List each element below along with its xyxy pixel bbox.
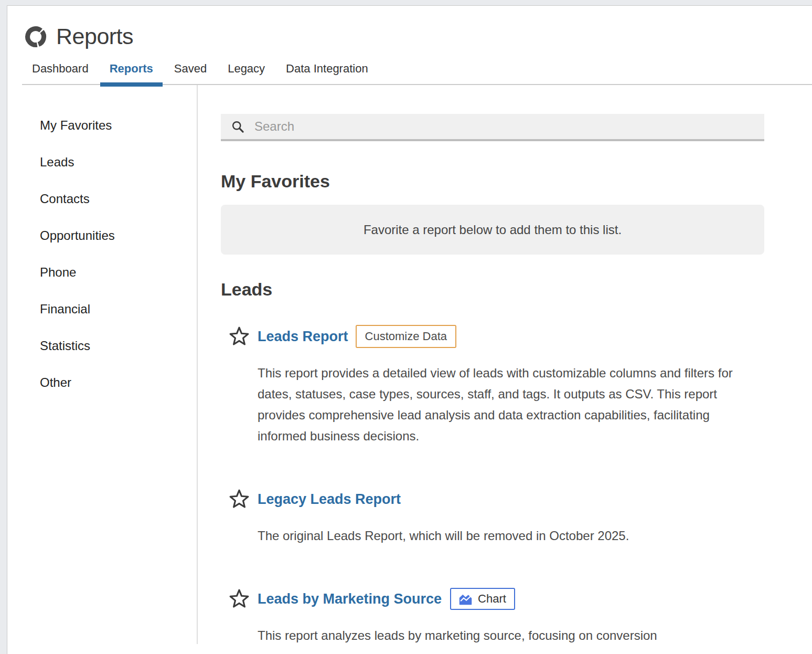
page-header: Reports (7, 6, 812, 49)
sidebar-item-contacts[interactable]: Contacts (40, 191, 197, 207)
tab-bar: Dashboard Reports Saved Legacy Data Inte… (22, 62, 812, 85)
tab-data-integration[interactable]: Data Integration (286, 62, 368, 84)
report-item-legacy-leads-report: Legacy Leads Report The original Leads R… (221, 488, 764, 546)
report-description: This report analyzes leads by marketing … (258, 625, 753, 646)
tab-reports[interactable]: Reports (100, 62, 163, 84)
reports-page-card: Reports Dashboard Reports Saved Legacy D… (7, 5, 812, 654)
content-area: My Favorites Leads Contacts Opportunitie… (7, 85, 812, 644)
report-description: The original Leads Report, which will be… (258, 525, 753, 546)
favorites-empty-notice: Favorite a report below to add them to t… (221, 205, 764, 255)
leads-heading: Leads (221, 279, 764, 300)
tab-dashboard[interactable]: Dashboard (32, 62, 89, 84)
report-link-legacy-leads-report[interactable]: Legacy Leads Report (258, 491, 401, 508)
chart-badge-label: Chart (478, 592, 506, 606)
sidebar-item-opportunities[interactable]: Opportunities (40, 228, 197, 244)
sidebar-item-my-favorites[interactable]: My Favorites (40, 118, 197, 133)
page-background: Reports Dashboard Reports Saved Legacy D… (0, 0, 812, 654)
app-logo-icon (23, 24, 48, 49)
area-chart-icon (459, 593, 472, 605)
report-link-leads-report[interactable]: Leads Report (258, 329, 348, 345)
sidebar-item-other[interactable]: Other (40, 375, 197, 391)
report-description: This report provides a detailed view of … (258, 363, 753, 447)
report-item-leads-by-marketing-source: Leads by Marketing Source Chart This rep… (221, 587, 764, 646)
my-favorites-heading: My Favorites (221, 171, 764, 192)
page-title: Reports (56, 24, 133, 49)
main-panel: My Favorites Favorite a report below to … (198, 85, 812, 644)
favorite-star-icon[interactable] (228, 587, 251, 610)
category-sidebar: My Favorites Leads Contacts Opportunitie… (7, 85, 198, 644)
tab-legacy[interactable]: Legacy (228, 62, 265, 84)
report-link-leads-by-marketing-source[interactable]: Leads by Marketing Source (258, 591, 442, 607)
tab-saved[interactable]: Saved (174, 62, 207, 84)
search-icon (231, 120, 245, 134)
report-header-row: Legacy Leads Report (221, 488, 764, 511)
report-item-leads-report: Leads Report Customize Data This report … (221, 325, 764, 447)
sidebar-item-financial[interactable]: Financial (40, 301, 197, 317)
search-bar (221, 114, 764, 141)
report-header-row: Leads by Marketing Source Chart (221, 587, 764, 610)
sidebar-item-phone[interactable]: Phone (40, 265, 197, 280)
favorite-star-icon[interactable] (228, 488, 251, 511)
chart-badge[interactable]: Chart (450, 588, 515, 610)
customize-data-badge[interactable]: Customize Data (356, 325, 457, 348)
report-header-row: Leads Report Customize Data (221, 325, 764, 348)
sidebar-item-statistics[interactable]: Statistics (40, 338, 197, 354)
sidebar-item-leads[interactable]: Leads (40, 154, 197, 170)
favorite-star-icon[interactable] (228, 325, 251, 348)
search-input[interactable] (253, 114, 764, 139)
